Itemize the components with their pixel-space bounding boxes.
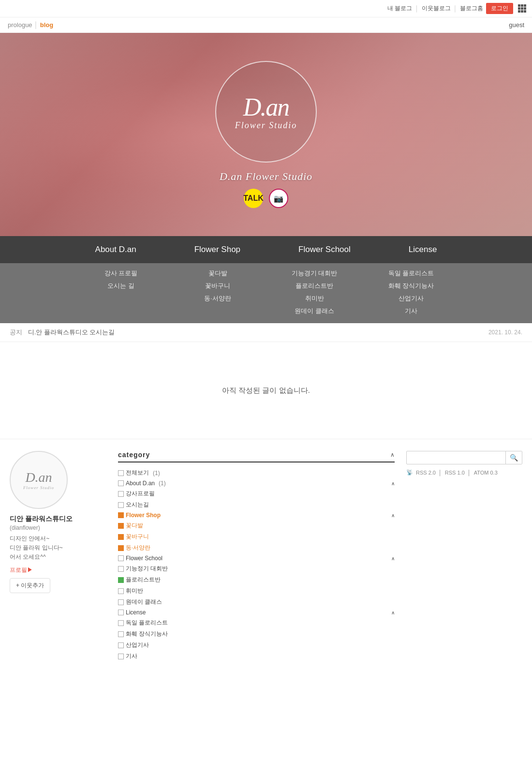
cat-icon-shop <box>118 512 124 518</box>
nav-about[interactable]: About D.an <box>66 236 165 263</box>
cat-count-all: (1) <box>153 470 160 477</box>
cat-icon-floral <box>118 631 124 637</box>
cat-label-license: License <box>126 609 146 616</box>
cat-about[interactable]: About D.an (1) ∧ <box>118 478 395 488</box>
cat-hobby[interactable]: 휘미반 <box>118 585 395 596</box>
search-button[interactable]: 🔍 <box>505 451 522 464</box>
main-nav: About D.an Flower Shop Flower School Lic… <box>0 236 532 263</box>
kakao-button[interactable]: TALK <box>244 189 263 208</box>
nav-flower-school[interactable]: Flower School <box>269 236 380 263</box>
cat-competition[interactable]: 기능정기 대회반 <box>118 563 395 574</box>
profile-link[interactable]: 프로필▶ <box>10 566 33 573</box>
hero-logo: D.an Flower Studio D.an Flower Studio TA… <box>215 61 317 208</box>
shop-arrow[interactable]: ∧ <box>391 513 395 518</box>
sub-nav-german[interactable]: 독일 플로리스트 <box>388 268 434 279</box>
nav-flower-shop[interactable]: Flower Shop <box>165 236 269 263</box>
cat-icon-florist <box>118 577 124 583</box>
cat-icon-hobby <box>118 588 124 594</box>
sub-nav-basket[interactable]: 꽃바구니 <box>205 281 230 291</box>
cat-license[interactable]: License ∧ <box>118 608 395 617</box>
sub-nav-competition[interactable]: 기능경기 대회반 <box>292 268 338 279</box>
cat-oneday[interactable]: 원데이 클래스 <box>118 596 395 608</box>
sub-nav-floral[interactable]: 화훼 장식기능사 <box>388 281 434 291</box>
nav-prologue[interactable]: prologue <box>8 21 32 29</box>
cat-bouquet[interactable]: 꽃다발 <box>118 520 395 531</box>
notice-date: 2021. 10. 24. <box>488 329 522 336</box>
sub-nav-directions[interactable]: 오시는 길 <box>107 281 134 291</box>
cat-shop[interactable]: Flower Shop ∧ <box>118 510 395 520</box>
atom-link[interactable]: ATOM 0.3 <box>474 470 498 476</box>
cat-icon-all <box>118 470 124 476</box>
my-blog-link[interactable]: 내 블로그 <box>387 4 412 13</box>
cat-school[interactable]: Flower School ∧ <box>118 553 395 563</box>
search-input[interactable] <box>407 452 505 463</box>
cat-label-directions: 오시는길 <box>126 501 149 509</box>
sub-nav-col-school: 기능경기 대회반 플로리스트반 취미반 원데이 클래스 <box>266 268 363 316</box>
cat-icon-engineer <box>118 654 124 659</box>
cat-label-basket: 꽃바구니 <box>126 533 149 541</box>
nav-license[interactable]: License <box>380 236 466 263</box>
grid-icon[interactable] <box>518 4 526 13</box>
hero-subtitle: D.an Flower Studio <box>220 170 312 183</box>
nav-bar: prologue │ blog guest <box>0 17 532 33</box>
school-arrow[interactable]: ∧ <box>391 556 395 561</box>
cat-label-hobby: 휘미반 <box>126 587 143 595</box>
cat-label-shop: Flower Shop <box>126 512 161 519</box>
profile-dan-text: D.an <box>23 470 54 485</box>
sub-nav-industrial[interactable]: 산업기사 <box>399 293 424 304</box>
profile-name: 디안 플라워스튜디오 <box>10 515 106 523</box>
cat-directions[interactable]: 오시는길 <box>118 499 395 510</box>
rss-20-link[interactable]: RSS 2.0 <box>416 470 436 476</box>
hero-dan-text: D.an <box>235 92 297 122</box>
sep1: │ <box>415 5 419 12</box>
hero-flower-studio-text: Flower Studio <box>235 120 297 131</box>
about-arrow[interactable]: ∧ <box>391 481 395 486</box>
cat-german[interactable]: 독일 플로리스트 <box>118 617 395 628</box>
instagram-button[interactable]: 📷 <box>269 189 288 208</box>
cat-label-german: 독일 플로리스트 <box>126 619 168 627</box>
sub-nav-orchid[interactable]: 동·서양란 <box>204 293 231 304</box>
blog-home-link[interactable]: 블로그홈 <box>460 4 483 13</box>
category-collapse-button[interactable]: ∧ <box>390 451 395 458</box>
cat-icon-about <box>118 480 124 486</box>
cat-floral[interactable]: 화훼 장식기능사 <box>118 628 395 640</box>
cat-instructor[interactable]: 강사프로필 <box>118 488 395 499</box>
cat-label-floral: 화훼 장식기능사 <box>126 630 168 638</box>
neighbor-add-button[interactable]: + 이웃추가 <box>10 578 50 593</box>
profile-logo-wrap: D.an Flower Studio <box>10 451 68 509</box>
sub-nav-hobby[interactable]: 취미반 <box>305 293 324 304</box>
nav-blog[interactable]: blog <box>40 21 53 29</box>
cat-orchid[interactable]: 동·서양란 <box>118 542 395 553</box>
cat-basket[interactable]: 꽃바구니 <box>118 531 395 542</box>
sub-nav-bouquet[interactable]: 꽃다발 <box>208 268 227 279</box>
hero-section: D.an Flower Studio D.an Flower Studio TA… <box>0 33 532 236</box>
empty-message: 아직 작성된 글이 없습니다. <box>222 386 310 395</box>
login-button[interactable]: 로그인 <box>486 3 513 14</box>
cat-icon-bouquet <box>118 523 124 529</box>
sub-nav-florist[interactable]: 플로리스트반 <box>296 281 333 291</box>
cat-industrial[interactable]: 산업기사 <box>118 640 395 651</box>
rss-sep2: │ <box>468 470 471 476</box>
profile-id: (dianflower) <box>10 524 106 531</box>
cat-all[interactable]: 전체보기 (1) <box>118 467 395 478</box>
category-section: category ∧ 전체보기 (1) About D.an (1) ∧ 강사프… <box>118 451 395 662</box>
cat-engineer[interactable]: 기사 <box>118 651 395 662</box>
rss-10-link[interactable]: RSS 1.0 <box>445 470 465 476</box>
cat-label-instructor: 강사프로필 <box>126 490 155 498</box>
neighbor-blog-link[interactable]: 이웃블로그 <box>422 4 451 13</box>
cat-icon-school <box>118 555 124 561</box>
cat-label-bouquet: 꽃다발 <box>126 522 143 530</box>
notice-bar: 공지 디.안 플라웍스튜디오 오시는길 2021. 10. 24. <box>0 323 532 342</box>
sub-nav-engineer[interactable]: 기사 <box>405 306 417 316</box>
hero-logo-text: D.an Flower Studio <box>235 92 297 131</box>
profile-sidebar: D.an Flower Studio 디안 플라워스튜디오 (dianflowe… <box>10 451 106 662</box>
license-arrow[interactable]: ∧ <box>391 610 395 615</box>
sub-nav-instructor[interactable]: 강사 프로필 <box>104 268 138 279</box>
cat-florist[interactable]: 플로리스트반 <box>118 574 395 585</box>
notice-link[interactable]: 디.안 플라웍스튜디오 오시는길 <box>28 328 115 336</box>
notice-content: 공지 디.안 플라웍스튜디오 오시는길 <box>10 328 115 337</box>
cat-icon-directions <box>118 502 124 508</box>
hero-icons: TALK 📷 <box>244 189 288 208</box>
sub-nav-oneday[interactable]: 원데이 클래스 <box>295 306 334 316</box>
nav-guest: guest <box>509 21 524 29</box>
